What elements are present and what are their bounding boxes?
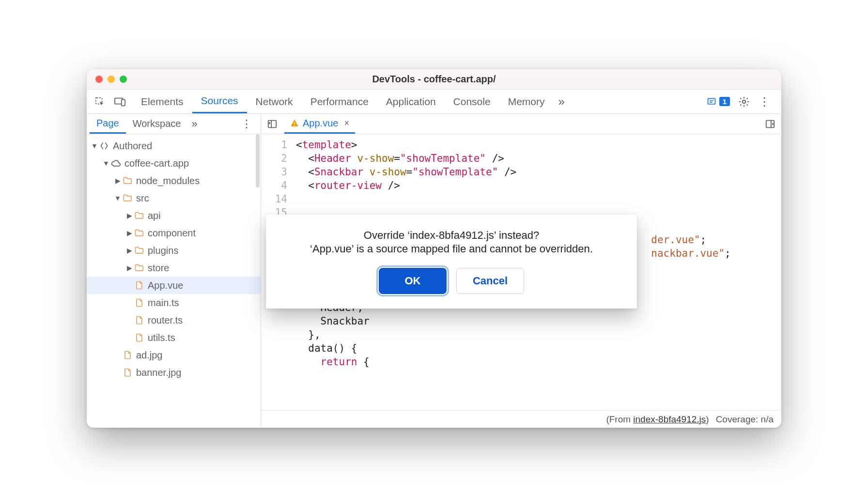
tree-item-label: store [148, 263, 169, 274]
tree-item-label: banner.jpg [136, 367, 181, 378]
tree-item-src[interactable]: ▼src [87, 189, 261, 207]
tree-item-label: App.vue [148, 280, 183, 291]
scrollbar-thumb[interactable] [256, 134, 260, 187]
dialog-message: ‘App.vue’ is a source mapped file and ca… [279, 243, 624, 255]
tree-item-label: node_modules [136, 175, 200, 186]
editor-statusbar: (From index-8bfa4912.js) Coverage: n/a [261, 410, 781, 428]
tree-item-label: coffee-cart.app [124, 158, 189, 169]
inspect-element-icon[interactable] [92, 93, 108, 110]
ok-button[interactable]: OK [379, 268, 447, 294]
navigator-tabs-overflow[interactable]: » [187, 118, 201, 130]
file-tree[interactable]: ▼Authored▼coffee-cart.app▶node_modules▼s… [87, 134, 261, 428]
tree-item-utils-ts[interactable]: utils.ts [87, 329, 261, 346]
kebab-menu-icon[interactable]: ⋮ [756, 93, 773, 110]
navigator-tab-workspace[interactable]: Workspace [126, 114, 188, 134]
svg-point-4 [743, 100, 745, 103]
twisty-icon[interactable]: ▶ [125, 212, 133, 219]
navigator-menu-icon[interactable]: ⋮ [235, 118, 258, 130]
issues-count-badge: 1 [719, 97, 730, 106]
warning-icon [290, 119, 299, 127]
devtools-tab-elements[interactable]: Elements [132, 90, 192, 113]
window-close-button[interactable] [95, 76, 103, 83]
devtools-tab-memory[interactable]: Memory [499, 90, 554, 113]
close-tab-icon[interactable]: × [344, 118, 349, 128]
editor-tab-label: App.vue [303, 118, 338, 129]
tree-item-authored[interactable]: ▼Authored [87, 137, 261, 155]
devtools-window: DevTools - coffee-cart.app/ ElementsSour… [87, 69, 781, 428]
navigator-panel: PageWorkspace » ⋮ ▼Authored▼coffee-cart.… [87, 114, 261, 428]
twisty-icon[interactable]: ▼ [91, 142, 98, 150]
twisty-icon[interactable]: ▶ [125, 247, 133, 254]
devtools-tab-network[interactable]: Network [247, 90, 302, 113]
tree-item-main-ts[interactable]: main.ts [87, 294, 261, 311]
navigator-tabstrip: PageWorkspace » ⋮ [87, 114, 261, 134]
tree-item-label: api [148, 210, 161, 221]
devtools-tabstrip: ElementsSourcesNetworkPerformanceApplica… [87, 90, 781, 114]
source-map-origin-link[interactable]: index-8bfa4912.js [633, 414, 706, 424]
tree-item-label: plugins [148, 245, 178, 256]
coverage-status: Coverage: n/a [716, 414, 774, 425]
twisty-icon[interactable]: ▶ [125, 229, 133, 237]
tree-item-label: router.ts [148, 315, 183, 326]
issues-button[interactable]: 1 [707, 97, 730, 107]
tree-item-component[interactable]: ▶component [87, 224, 261, 242]
tree-item-label: src [136, 193, 149, 204]
navigator-tab-page[interactable]: Page [90, 114, 126, 134]
editor-tab-app-vue[interactable]: App.vue × [284, 114, 355, 134]
tree-item-app-vue[interactable]: App.vue [87, 277, 261, 294]
tree-item-plugins[interactable]: ▶plugins [87, 242, 261, 259]
toggle-debugger-icon[interactable] [763, 117, 777, 131]
svg-rect-3 [708, 98, 715, 104]
tree-item-label: component [148, 228, 196, 239]
window-minimize-button[interactable] [108, 76, 115, 83]
twisty-icon[interactable]: ▼ [114, 194, 122, 202]
devtools-tab-application[interactable]: Application [377, 90, 445, 113]
tree-item-label: Authored [113, 140, 152, 152]
twisty-icon[interactable]: ▼ [102, 159, 110, 167]
device-toolbar-icon[interactable] [112, 93, 128, 110]
dialog-title: Override ‘index-8bfa4912.js’ instead? [279, 229, 624, 242]
window-title: DevTools - coffee-cart.app/ [87, 74, 781, 85]
devtools-tab-console[interactable]: Console [445, 90, 499, 113]
window-controls [95, 76, 127, 83]
source-map-origin: (From index-8bfa4912.js) [606, 414, 709, 425]
settings-gear-icon[interactable] [736, 93, 752, 110]
tree-item-label: main.ts [148, 297, 179, 309]
tree-item-store[interactable]: ▶store [87, 259, 261, 277]
window-titlebar: DevTools - coffee-cart.app/ [87, 69, 781, 90]
svg-rect-6 [294, 122, 295, 124]
tree-item-router-ts[interactable]: router.ts [87, 311, 261, 329]
devtools-tab-performance[interactable]: Performance [302, 90, 377, 113]
tree-item-ad-jpg[interactable]: ad.jpg [87, 346, 261, 364]
svg-rect-7 [294, 124, 295, 125]
editor-tabstrip: App.vue × [261, 114, 781, 134]
tree-item-api[interactable]: ▶api [87, 207, 261, 224]
devtools-tab-sources[interactable]: Sources [192, 90, 247, 113]
svg-rect-2 [122, 99, 125, 106]
twisty-icon[interactable]: ▶ [114, 177, 122, 185]
tree-item-label: ad.jpg [136, 350, 163, 361]
override-confirm-dialog: Override ‘index-8bfa4912.js’ instead? ‘A… [266, 215, 637, 309]
tabs-overflow-button[interactable]: » [553, 95, 569, 109]
cancel-button[interactable]: Cancel [456, 268, 524, 294]
tree-item-coffee-cart-app[interactable]: ▼coffee-cart.app [87, 155, 261, 172]
tree-item-node-modules[interactable]: ▶node_modules [87, 172, 261, 189]
window-zoom-button[interactable] [120, 76, 127, 83]
twisty-icon[interactable]: ▶ [125, 264, 133, 272]
toggle-navigator-icon[interactable] [265, 117, 279, 131]
tree-item-label: utils.ts [148, 332, 175, 343]
tree-item-banner-jpg[interactable]: banner.jpg [87, 364, 261, 381]
